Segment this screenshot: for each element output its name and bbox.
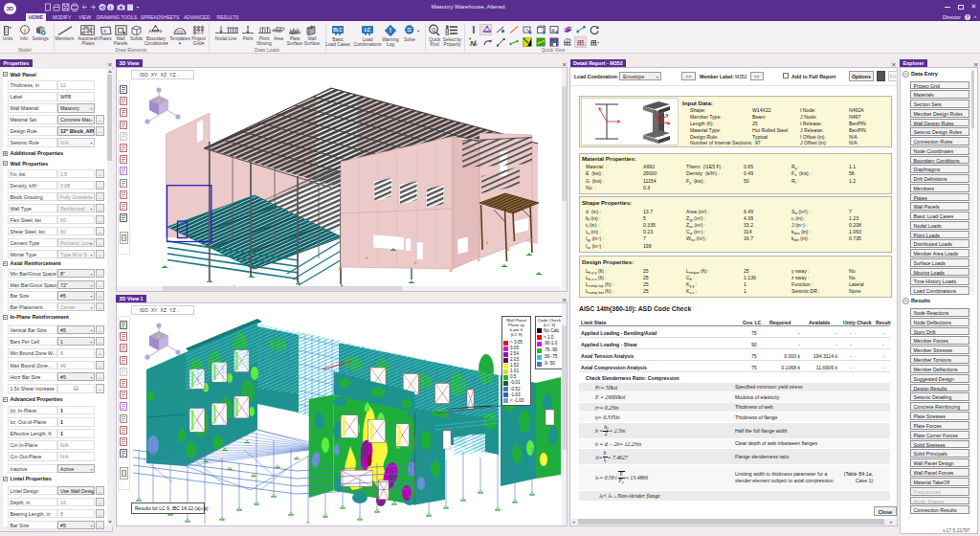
svg-text:N: N xyxy=(470,38,476,47)
svg-text:!: ! xyxy=(390,27,391,34)
svg-text:Q: Q xyxy=(432,27,436,33)
svg-text:BLC: BLC xyxy=(333,28,343,33)
svg-text:i: i xyxy=(24,27,26,34)
svg-text:⟲: ⟲ xyxy=(100,4,105,10)
svg-text:I: I xyxy=(472,25,475,34)
svg-text:LC: LC xyxy=(365,27,371,33)
